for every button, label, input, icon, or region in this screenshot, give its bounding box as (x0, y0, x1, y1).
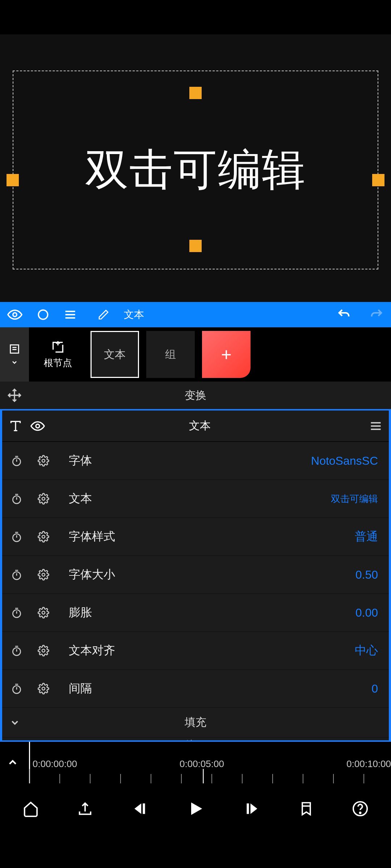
prop-value-style[interactable]: 普通 (355, 529, 378, 545)
stopwatch-icon[interactable] (9, 607, 25, 618)
prop-row-align: 文本对齐 中心 (2, 631, 389, 669)
prop-row-style: 字体样式 普通 (2, 518, 389, 556)
prop-row-dilate: 膨胀 0.00 (2, 593, 389, 631)
timecode-0: 0:00:00:00 (33, 758, 77, 770)
help-icon[interactable] (352, 800, 369, 817)
hierarchy-root-label: 根节点 (44, 357, 72, 369)
prop-label: 字体样式 (69, 529, 115, 545)
visibility-icon[interactable] (7, 307, 22, 322)
timecode-10: 0:00:10:00 (346, 758, 391, 770)
timeline[interactable]: 0:00:00:00 0:00:05:00 0:00:10:00 (0, 742, 391, 783)
step-forward-icon[interactable] (243, 800, 261, 818)
prop-value-dilate[interactable]: 0.00 (356, 606, 378, 620)
resize-handle-right[interactable] (372, 174, 384, 186)
svg-point-0 (13, 313, 17, 317)
svg-point-40 (13, 686, 20, 693)
svg-point-24 (13, 534, 20, 541)
prop-label: 间隔 (69, 681, 92, 697)
toolbar-object-label: 文本 (124, 308, 144, 322)
timeline-ticks (29, 774, 391, 783)
hierarchy-text-node[interactable]: 文本 (91, 331, 139, 378)
home-icon[interactable] (22, 800, 39, 817)
svg-point-28 (13, 572, 20, 579)
svg-point-39 (42, 649, 45, 652)
hierarchy-bar: 根节点 文本 组 + (0, 327, 391, 382)
svg-point-35 (42, 611, 45, 614)
prop-label: 文本 (69, 491, 92, 507)
prop-label: 文本对齐 (69, 643, 115, 659)
transform-section[interactable]: 变换 (0, 382, 391, 409)
svg-rect-48 (247, 803, 249, 814)
svg-point-23 (42, 497, 45, 500)
resize-handle-left[interactable] (7, 174, 19, 186)
section-edge[interactable]: 边距 (2, 737, 389, 742)
svg-point-20 (13, 496, 20, 503)
gear-icon[interactable] (35, 455, 51, 467)
canvas-text-object[interactable]: 双击可编辑 (85, 141, 306, 200)
svg-marker-47 (191, 803, 202, 815)
chevron-down-icon (9, 717, 20, 728)
prop-label: 膨胀 (69, 605, 92, 621)
toolbar: 文本 (0, 302, 391, 327)
play-icon[interactable] (186, 799, 205, 818)
section-fill[interactable]: 填充 (2, 707, 389, 737)
prop-value-text[interactable]: 双击可编辑 (331, 493, 378, 505)
text-type-icon (9, 419, 22, 433)
gear-icon[interactable] (35, 531, 51, 542)
svg-point-36 (13, 648, 20, 655)
gear-icon[interactable] (35, 607, 51, 618)
prop-row-spacing: 间隔 0 (2, 669, 389, 707)
svg-point-27 (42, 535, 45, 538)
timeline-major-tick (203, 769, 204, 783)
stopwatch-icon[interactable] (9, 645, 25, 656)
prop-row-size: 字体大小 0.50 (2, 556, 389, 593)
record-icon[interactable] (37, 309, 49, 321)
svg-point-32 (13, 610, 20, 617)
svg-marker-45 (135, 803, 142, 814)
resize-handle-top[interactable] (189, 87, 202, 99)
edit-icon[interactable] (98, 309, 109, 320)
stopwatch-icon[interactable] (9, 493, 25, 505)
export-icon[interactable] (77, 800, 93, 817)
hierarchy-group-node[interactable]: 组 (146, 331, 195, 378)
svg-rect-46 (143, 803, 145, 814)
svg-point-52 (360, 812, 361, 813)
timeline-major-tick (29, 769, 30, 783)
panel-menu-icon[interactable] (369, 420, 382, 433)
menu-icon[interactable] (64, 308, 77, 321)
prop-row-text: 文本 双击可编辑 (2, 480, 389, 518)
svg-point-19 (42, 459, 45, 462)
section-edge-label: 边距 (186, 738, 205, 742)
stopwatch-icon[interactable] (9, 455, 25, 467)
prop-value-size[interactable]: 0.50 (356, 568, 378, 582)
add-node-button[interactable]: + (202, 331, 251, 378)
gear-icon[interactable] (35, 683, 51, 694)
timecode-5: 0:00:05:00 (180, 758, 224, 770)
collapse-up-icon[interactable] (7, 756, 19, 769)
svg-point-31 (42, 573, 45, 576)
prop-value-font[interactable]: NotoSansSC (311, 454, 378, 468)
gear-icon[interactable] (35, 569, 51, 580)
transform-title: 变换 (0, 388, 391, 403)
properties-header: 文本 (2, 410, 389, 442)
prop-row-font: 字体 NotoSansSC (2, 442, 389, 480)
prop-label: 字体 (69, 453, 92, 469)
redo-icon[interactable] (369, 307, 384, 322)
prop-value-spacing[interactable]: 0 (371, 682, 378, 695)
resize-handle-bottom[interactable] (189, 240, 202, 252)
stopwatch-icon[interactable] (9, 683, 25, 694)
stopwatch-icon[interactable] (9, 569, 25, 580)
hierarchy-side-toggle[interactable] (0, 327, 29, 382)
status-bar-gap (0, 0, 391, 34)
hierarchy-root-button[interactable]: 根节点 (29, 327, 87, 382)
bookmark-icon[interactable] (298, 801, 314, 817)
undo-icon[interactable] (337, 307, 351, 322)
svg-point-1 (38, 310, 48, 319)
prop-value-align[interactable]: 中心 (355, 643, 378, 659)
canvas-area[interactable]: 双击可编辑 (0, 34, 391, 302)
step-back-icon[interactable] (131, 800, 149, 818)
gear-icon[interactable] (35, 645, 51, 656)
svg-point-16 (13, 458, 20, 465)
gear-icon[interactable] (35, 493, 51, 505)
stopwatch-icon[interactable] (9, 531, 25, 542)
